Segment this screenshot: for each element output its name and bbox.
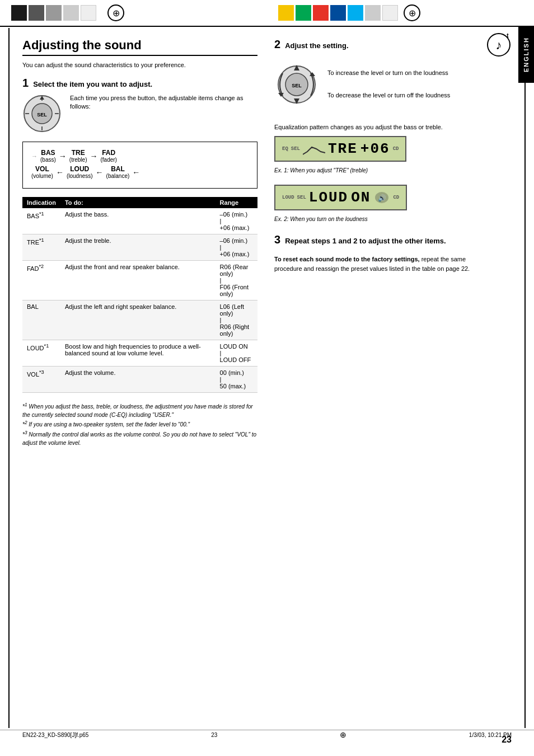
reset-note-bold: To reset each sound mode to the factory …: [274, 256, 420, 262]
reset-note-text: To reset each sound mode to the factory …: [274, 255, 495, 273]
table-row: TRE*1 Adjust the treble. –06 (min.) | +0…: [22, 234, 257, 261]
color-blocks-right: [278, 5, 398, 21]
flow-item-fad: FAD (fader): [100, 149, 116, 163]
step3-header: 3 Repeat steps 1 and 2 to adjust the oth…: [274, 233, 495, 246]
lcd1-sel-indicator: SEL: [291, 146, 300, 152]
right-border: [524, 28, 526, 728]
footer-left: EN22-23_KD-S890[J]f.p65: [22, 732, 88, 738]
sel-dial-icon: SEL: [22, 94, 62, 133]
lcd1-text: TRE: [328, 140, 358, 157]
header-right: ⊕: [267, 0, 534, 26]
sup-5: *3: [39, 369, 44, 375]
color-block-darkgray: [29, 5, 44, 21]
main-content: Adjusting the sound You can adjust the s…: [0, 27, 534, 458]
lcd2-sel-indicator: SEL: [297, 195, 306, 200]
flow-row-1: → BAS (bass) → TRE (treble) → FAD (fader…: [31, 149, 249, 163]
lcd2-text: LOUD: [309, 189, 348, 206]
left-border: [8, 28, 10, 728]
header-bar: ⊕ ⊕: [0, 0, 534, 27]
step1-dial-area: SEL Each time you press the button, the …: [22, 94, 257, 133]
table-cell-indication: LOUD*1: [22, 340, 60, 367]
table-row: VOL*3 Adjust the volume. 00 (min.) | 50 …: [22, 367, 257, 393]
table-cell-range: L06 (Left only) | R06 (Right only): [216, 300, 257, 340]
table-row: LOUD*1 Boost low and high frequencies to…: [22, 340, 257, 367]
step3-section: 3 Repeat steps 1 and 2 to adjust the oth…: [274, 233, 495, 246]
lcd1-display: EQ SEL TRE +06 CD: [274, 136, 406, 162]
step2-title: Adjust the setting.: [285, 41, 348, 50]
table-cell-todo: Adjust the volume.: [60, 367, 216, 393]
music-note-icon: ♪ t: [486, 31, 512, 63]
svg-text:🔊: 🔊: [378, 194, 386, 203]
step3-refs: 1: [332, 237, 336, 245]
step3-number: 3: [274, 233, 280, 246]
sound-table: Indication To do: Range BAS*1 Adjust the…: [22, 197, 257, 393]
footer-compass: ⊕: [340, 730, 346, 739]
sup-1: *1: [39, 211, 44, 217]
color-block-lightgray2: [365, 5, 381, 21]
table-cell-todo: Adjust the front and rear speaker balanc…: [60, 261, 216, 300]
step3-refs2: 2: [353, 237, 357, 245]
flow-arrow-3: ←: [56, 168, 64, 177]
english-tab: ENGLISH: [518, 27, 534, 83]
table-cell-range: R06 (Rear only) | F06 (Front only): [216, 261, 257, 300]
color-block-cyan: [348, 5, 363, 21]
flow-arrow-2: →: [90, 152, 97, 161]
flow-diagram: → BAS (bass) → TRE (treble) → FAD (fader…: [22, 142, 257, 189]
lcd1-wrapper: EQ SEL TRE +06 CD: [274, 136, 495, 162]
decrease-label: To decrease the level or turn off the lo…: [327, 90, 450, 101]
eq-caption: Equalization pattern changes as you adju…: [274, 124, 495, 130]
left-column: Adjusting the sound You can adjust the s…: [22, 38, 257, 447]
sup-2: *1: [39, 237, 44, 243]
lcd2-caption: Ex. 2: When you turn on the loudness: [274, 216, 495, 222]
lcd2-value: ON: [351, 189, 371, 206]
lcd1-cd-indicator: CD: [393, 146, 399, 152]
color-block-white2: [382, 5, 398, 21]
table-cell-indication: FAD*2: [22, 261, 60, 300]
table-cell-todo: Boost low and high frequencies to produc…: [60, 340, 216, 367]
table-cell-indication: TRE*1: [22, 234, 60, 261]
lcd1-value: +06: [360, 140, 390, 157]
color-block-lightgray: [63, 5, 79, 21]
right-column: 2 Adjust the setting. SEL: [274, 38, 512, 447]
table-header-todo: To do:: [60, 197, 216, 208]
lcd1-caption: Ex. 1: When you adjust "TRE" (treble): [274, 167, 495, 173]
svg-text:SEL: SEL: [37, 112, 47, 118]
color-block-red: [313, 5, 329, 21]
intro-text: You can adjust the sound characteristics…: [22, 62, 257, 68]
color-blocks-left: [11, 5, 96, 21]
step1-title: Select the item you want to adjust.: [33, 80, 152, 88]
lcd2-loud-indicator: LOUD: [282, 195, 294, 200]
flow-arrow-4: ←: [96, 168, 104, 177]
svg-text:SEL: SEL: [292, 83, 302, 88]
compass-icon: ⊕: [107, 4, 124, 21]
color-block-blue: [330, 5, 346, 21]
table-cell-range: –06 (min.) | +06 (max.): [216, 208, 257, 234]
step1-number: 1: [22, 77, 29, 90]
color-block-white: [81, 5, 96, 21]
table-header-range: Range: [216, 197, 257, 208]
lcd2-icon-svg: 🔊: [373, 189, 390, 206]
sup-4: *1: [44, 343, 49, 349]
table-cell-range: LOUD ON | LOUD OFF: [216, 340, 257, 367]
flow-row-2: VOL (volume) ← LOUD (loudness) ← BAL (ba…: [31, 165, 249, 179]
table-cell-indication: BAS*1: [22, 208, 60, 234]
flow-item-vol: VOL (volume): [31, 165, 53, 179]
footnote-3: *3 Normally the control dial works as th…: [22, 429, 257, 447]
footnote-1: *1 When you adjust the bass, treble, or …: [22, 401, 257, 419]
compass-icon-right: ⊕: [404, 4, 420, 21]
page-title: Adjusting the sound: [22, 38, 257, 56]
flow-item-tre: TRE (treble): [69, 149, 87, 163]
table-cell-range: 00 (min.) | 50 (max.): [216, 367, 257, 393]
table-row: BAL Adjust the left and right speaker ba…: [22, 300, 257, 340]
table-cell-range: –06 (min.) | +06 (max.): [216, 234, 257, 261]
table-header-indication: Indication: [22, 197, 60, 208]
table-cell-todo: Adjust the treble.: [60, 234, 216, 261]
flow-arrow-5: ←: [132, 168, 140, 177]
step2-dial-area: SEL To increase the level or turn on the…: [274, 57, 495, 112]
table-cell-indication: BAL: [22, 300, 60, 340]
footnotes: *1 When you adjust the bass, treble, or …: [22, 401, 257, 447]
footnote-2: *2 If you are using a two-speaker system…: [22, 419, 257, 429]
lcd1-section: EQ SEL TRE +06 CD Ex. 1: When you adjust…: [274, 136, 495, 173]
color-block-yellow: [278, 5, 294, 21]
page-number: 23: [502, 735, 512, 745]
